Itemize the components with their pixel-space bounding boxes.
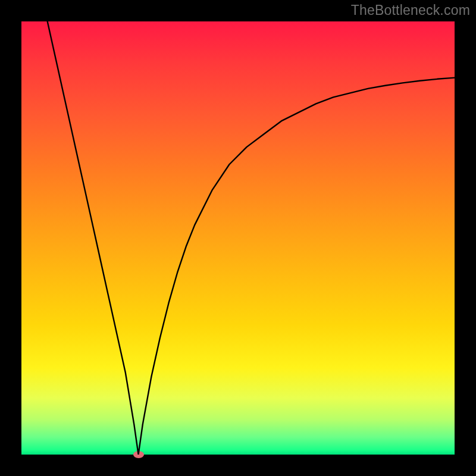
chart-frame: TheBottleneck.com bbox=[0, 0, 476, 476]
bottleneck-curve bbox=[21, 21, 455, 455]
plot-area bbox=[21, 21, 455, 455]
watermark-text: TheBottleneck.com bbox=[351, 2, 470, 18]
